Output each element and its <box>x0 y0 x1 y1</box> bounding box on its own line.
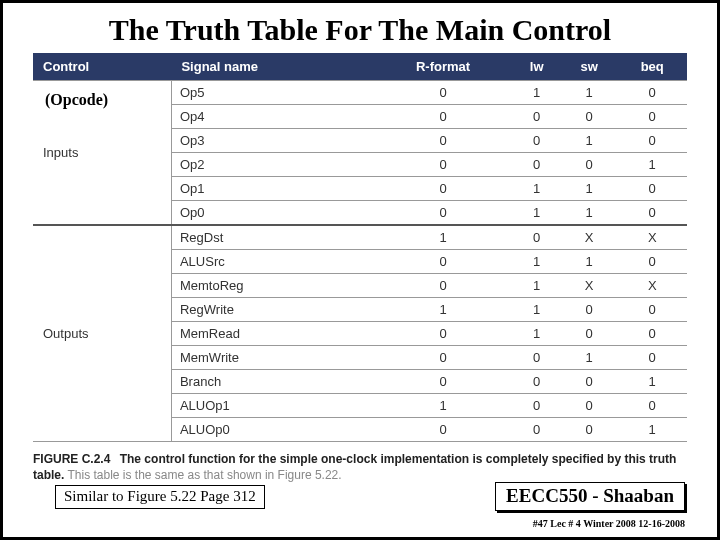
table-row: Inputs Op5 0 1 1 0 <box>33 81 687 105</box>
cell: 0 <box>374 81 513 105</box>
cell: 0 <box>561 322 618 346</box>
slide: The Truth Table For The Main Control Con… <box>0 0 720 540</box>
signal-name: ALUOp1 <box>171 394 373 418</box>
cell: 0 <box>561 153 618 177</box>
cell: 1 <box>617 418 687 442</box>
cell: X <box>617 225 687 250</box>
cell: 0 <box>561 105 618 129</box>
cell: 1 <box>512 81 561 105</box>
cell: 1 <box>561 129 618 153</box>
col-sw: sw <box>561 53 618 81</box>
signal-name: Op2 <box>171 153 373 177</box>
cell: 1 <box>561 81 618 105</box>
signal-name: Op1 <box>171 177 373 201</box>
cell: 0 <box>512 129 561 153</box>
signal-name: MemRead <box>171 322 373 346</box>
cell: 1 <box>512 201 561 226</box>
signal-name: Op3 <box>171 129 373 153</box>
footer-meta: #47 Lec # 4 Winter 2008 12-16-2008 <box>533 518 685 529</box>
truth-table-wrap: Control Signal name R-format lw sw beq I… <box>33 53 687 442</box>
opcode-note: (Opcode) <box>43 91 110 109</box>
cell: 1 <box>512 274 561 298</box>
footer-note-left: Similar to Figure 5.22 Page 312 <box>55 485 265 509</box>
col-lw: lw <box>512 53 561 81</box>
cell: 0 <box>617 298 687 322</box>
cell: 0 <box>617 177 687 201</box>
signal-name: Branch <box>171 370 373 394</box>
cell: 0 <box>617 201 687 226</box>
col-control: Control <box>33 53 171 81</box>
cell: 0 <box>512 418 561 442</box>
cell: 1 <box>374 394 513 418</box>
figure-label: FIGURE C.2.4 <box>33 452 110 466</box>
cell: 0 <box>512 105 561 129</box>
cell: X <box>617 274 687 298</box>
cell: 0 <box>617 322 687 346</box>
cell: 0 <box>374 274 513 298</box>
cell: 0 <box>512 225 561 250</box>
cell: X <box>561 274 618 298</box>
table-header-row: Control Signal name R-format lw sw beq <box>33 53 687 81</box>
cell: 0 <box>374 370 513 394</box>
group-outputs: Outputs <box>33 225 171 442</box>
figure-caption: FIGURE C.2.4 The control function for th… <box>33 452 687 483</box>
signal-name: RegDst <box>171 225 373 250</box>
cell: 0 <box>374 418 513 442</box>
signal-name: ALUOp0 <box>171 418 373 442</box>
signal-name: Op0 <box>171 201 373 226</box>
cell: 1 <box>561 250 618 274</box>
cell: 0 <box>374 346 513 370</box>
cell: 0 <box>374 322 513 346</box>
cell: 0 <box>374 250 513 274</box>
col-signal: Signal name <box>171 53 373 81</box>
signal-name: MemWrite <box>171 346 373 370</box>
cell: 0 <box>561 394 618 418</box>
page-title: The Truth Table For The Main Control <box>3 3 717 53</box>
cell: 0 <box>617 81 687 105</box>
cell: 0 <box>512 394 561 418</box>
cell: 1 <box>512 250 561 274</box>
cell: 0 <box>617 105 687 129</box>
signal-name: MemtoReg <box>171 274 373 298</box>
footer-course-box: EECC550 - Shaaban <box>495 482 685 511</box>
cell: X <box>561 225 618 250</box>
signal-name: Op4 <box>171 105 373 129</box>
cell: 0 <box>374 105 513 129</box>
cell: 0 <box>374 129 513 153</box>
cell: 1 <box>374 225 513 250</box>
cell: 1 <box>617 153 687 177</box>
cell: 1 <box>512 322 561 346</box>
cell: 1 <box>561 346 618 370</box>
cell: 1 <box>512 177 561 201</box>
cell: 0 <box>561 298 618 322</box>
col-beq: beq <box>617 53 687 81</box>
cell: 1 <box>561 177 618 201</box>
cell: 1 <box>512 298 561 322</box>
cell: 0 <box>617 250 687 274</box>
signal-name: Op5 <box>171 81 373 105</box>
cell: 1 <box>561 201 618 226</box>
figure-caption-rest: This table is the same as that shown in … <box>67 468 341 482</box>
cell: 0 <box>617 346 687 370</box>
cell: 0 <box>374 153 513 177</box>
cell: 0 <box>512 153 561 177</box>
table-row: Outputs RegDst 1 0 X X <box>33 225 687 250</box>
cell: 1 <box>374 298 513 322</box>
cell: 0 <box>561 418 618 442</box>
truth-table: Control Signal name R-format lw sw beq I… <box>33 53 687 442</box>
cell: 0 <box>617 394 687 418</box>
cell: 0 <box>374 177 513 201</box>
cell: 0 <box>617 129 687 153</box>
cell: 0 <box>374 201 513 226</box>
signal-name: RegWrite <box>171 298 373 322</box>
signal-name: ALUSrc <box>171 250 373 274</box>
cell: 0 <box>512 346 561 370</box>
cell: 0 <box>561 370 618 394</box>
cell: 1 <box>617 370 687 394</box>
col-rformat: R-format <box>374 53 513 81</box>
cell: 0 <box>512 370 561 394</box>
